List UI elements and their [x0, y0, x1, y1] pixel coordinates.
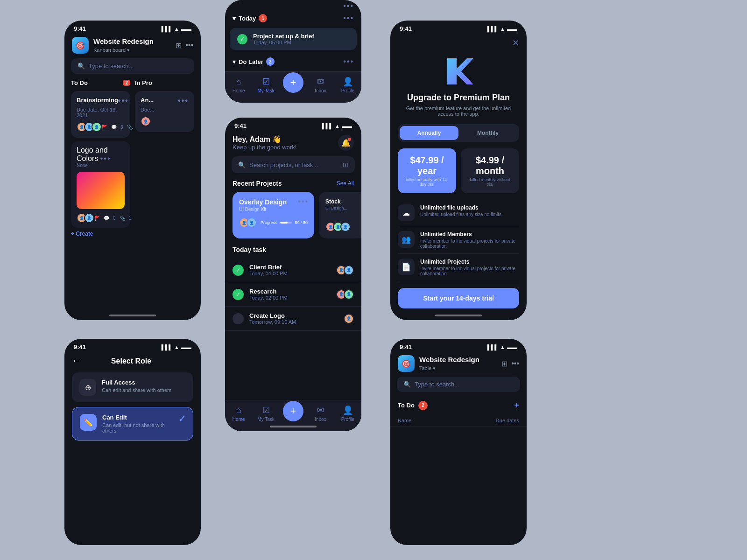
- card-menu-icon[interactable]: •••: [118, 97, 129, 105]
- attach-icon: 📎: [127, 125, 133, 130]
- upload-icon: ☁: [398, 204, 415, 221]
- notification-icon[interactable]: 🔔: [338, 135, 354, 151]
- k-logo: [444, 56, 473, 86]
- logo-card-meta: 🚩 💬 0 📎 1: [94, 216, 131, 221]
- recent-projects-title: Recent Projects: [233, 180, 282, 187]
- card-date: Due date: Oct 13, 2021: [77, 107, 125, 118]
- col-inprogress-header: In Pro: [135, 79, 194, 86]
- see-all-link[interactable]: See All: [337, 180, 354, 187]
- dolater-label: Do Later: [239, 58, 263, 65]
- trial-button[interactable]: Start your 14-days trial: [398, 288, 519, 308]
- filter-icon[interactable]: ⊞: [343, 161, 348, 168]
- feature-text-projects: Unlimited Projects Invite member to indi…: [420, 259, 519, 276]
- price-annual: $47.99 / year: [404, 155, 450, 176]
- feature-uploads: ☁ Unlimited file uploads Unlimited uploa…: [398, 200, 519, 226]
- tab-annually[interactable]: Annually: [400, 126, 458, 140]
- tab-mytask-top[interactable]: ☑ My Task: [252, 77, 279, 93]
- status-icons-kanban: ▌▌▌ ▲ ▬▬: [162, 26, 191, 32]
- pricing-card-monthly[interactable]: $4.99 / month billed monthly without tri…: [461, 148, 519, 193]
- tab-inbox-dash[interactable]: ✉ Inbox: [307, 405, 334, 422]
- project1-type: UI Design Kit: [239, 207, 308, 212]
- add-todo-button[interactable]: +: [514, 400, 519, 410]
- logo-card-sub: None: [77, 163, 125, 168]
- task-info-1: Client Brief Today, 04:00 PM: [249, 264, 331, 276]
- pricing-tabs: Annually Monthly: [398, 124, 519, 142]
- layout-icon-table[interactable]: ⊞: [501, 359, 507, 368]
- status-bar-table: 9:41 ▌▌▌ ▲ ▬▬: [390, 339, 527, 352]
- analysis-menu[interactable]: •••: [178, 97, 189, 105]
- avatar: 👤: [340, 222, 351, 232]
- todo-header: To Do 2 +: [390, 398, 527, 415]
- kanban-card-brainstorming[interactable]: Brainstorming ••• Due date: Oct 13, 2021…: [71, 91, 130, 138]
- tab-inbox-top[interactable]: ✉ Inbox: [307, 77, 334, 93]
- logo-card[interactable]: Logo and Colors ••• None 👤 👤 🚩 💬 0 📎: [71, 141, 130, 228]
- task2-time: Today, 02:00 PM: [249, 295, 331, 301]
- today-task-item-3[interactable]: Create Logo Tomorrow, 09:10 AM 👤: [225, 307, 361, 331]
- today-task-item-2[interactable]: ✓ Research Today, 02:00 PM 👤 👤: [225, 282, 361, 307]
- logo-comment-count: 0: [113, 216, 116, 221]
- status-bar-premium: 9:41 ▌▌▌ ▲ ▬▬: [390, 21, 527, 34]
- comments-icon: 💬: [104, 216, 109, 221]
- notif-dot: [348, 138, 351, 141]
- tab-add-top[interactable]: +: [280, 77, 307, 93]
- svg-marker-0: [447, 58, 473, 84]
- task2-name: Research: [249, 288, 331, 295]
- role-full-access[interactable]: ⊕ Full Access Can edit and share with ot…: [72, 372, 193, 402]
- today-menu-icon[interactable]: •••: [343, 14, 354, 22]
- search-bar-kanban[interactable]: 🔍 Type to search...: [71, 58, 194, 74]
- tab-add-dash[interactable]: +: [280, 406, 307, 421]
- pricing-card-annual[interactable]: $47.99 / year billed annually with 14-da…: [398, 148, 456, 193]
- close-button[interactable]: ✕: [512, 38, 519, 48]
- feature3-desc: Invite member to individual projects for…: [420, 266, 519, 276]
- role-can-edit[interactable]: ✏️ Can Edit Can edit, but not share with…: [72, 407, 193, 441]
- tab-monthly[interactable]: Monthly: [458, 126, 517, 140]
- comments-icon: 💬: [111, 125, 117, 130]
- back-button[interactable]: ←: [72, 356, 80, 366]
- avatar: 👤: [84, 213, 94, 223]
- role-edit-text: Can Edit Can edit, but not share with ot…: [102, 414, 173, 434]
- today-task-item-1[interactable]: ✓ Client Brief Today, 04:00 PM 👤 👤: [225, 258, 361, 282]
- premium-title: Upgrade to Premium Plan: [407, 93, 510, 103]
- phone-role: 9:41 ▌▌▌ ▲ ▬▬ ← Select Role ⊕ Full Acces…: [64, 339, 201, 545]
- status-bar-kanban: 9:41 ▌▌▌ ▲ ▬▬: [64, 21, 201, 34]
- dashboard-search[interactable]: 🔍 Search projects, or task... ⊞: [232, 156, 355, 173]
- kanban-card-analysis[interactable]: An... ••• Due... 👤: [135, 91, 194, 132]
- layout-icon[interactable]: ⊞: [176, 41, 182, 50]
- tab-home-top[interactable]: ⌂ Home: [225, 77, 252, 93]
- card-footer: 👤 👤 👤 🚩 💬 3 📎 0: [77, 122, 125, 132]
- tab-profile-dash[interactable]: 👤 Profile: [334, 405, 361, 422]
- task-item-brief[interactable]: ✓ Project set up & brief Today, 05:00 PM: [230, 28, 357, 50]
- project-card-overlay[interactable]: ••• Overlay Design UI Design Kit 👤 👤 Pro…: [233, 192, 314, 238]
- task3-name: Create Logo: [249, 312, 338, 319]
- task3-avatars: 👤: [344, 314, 354, 324]
- add-fab[interactable]: +: [283, 72, 303, 93]
- premium-subtitle: Get the premium feature and get the unli…: [400, 105, 517, 117]
- tab-home-dash[interactable]: ⌂ Home: [225, 406, 252, 422]
- create-button[interactable]: + Create: [64, 228, 201, 237]
- feature3-title: Unlimited Projects: [420, 259, 519, 265]
- logo-card-menu[interactable]: •••: [100, 154, 111, 162]
- project-footer: 👤 👤 Progress 50 / 80: [239, 217, 308, 228]
- greeting-text: Hey, Adam 👋 Keep up the good work!: [233, 135, 296, 151]
- more-icon-table[interactable]: •••: [511, 359, 519, 368]
- table-search[interactable]: 🔍 Type to search...: [397, 377, 520, 392]
- project-menu-icon[interactable]: •••: [298, 197, 309, 206]
- premium-header: ✕: [390, 34, 527, 52]
- tab-mytask-dash[interactable]: ☑ My Task: [252, 405, 279, 422]
- add-fab-dash[interactable]: +: [283, 401, 303, 421]
- menu-icon[interactable]: •••: [343, 2, 354, 10]
- search-icon-table: 🔍: [403, 381, 411, 388]
- tab-profile-top[interactable]: 👤 Profile: [334, 77, 361, 93]
- feature-projects: 📄 Unlimited Projects Invite member to in…: [398, 254, 519, 281]
- more-icon[interactable]: •••: [185, 41, 193, 50]
- progress-bar: [280, 222, 292, 224]
- top-dots: •••: [225, 0, 361, 10]
- dolater-menu-icon[interactable]: •••: [343, 57, 354, 66]
- avatar: 👤: [92, 122, 102, 132]
- header-actions-kanban: ⊞ •••: [176, 41, 193, 50]
- col-inprogress-title: In Pro: [135, 79, 152, 86]
- project-card-stock[interactable]: Stock UI Design... 👤 👤 👤: [319, 192, 361, 238]
- logo-gradient-preview: [77, 172, 125, 209]
- project2-name: Stock: [325, 198, 359, 205]
- premium-logo-section: Upgrade to Premium Plan Get the premium …: [390, 52, 527, 124]
